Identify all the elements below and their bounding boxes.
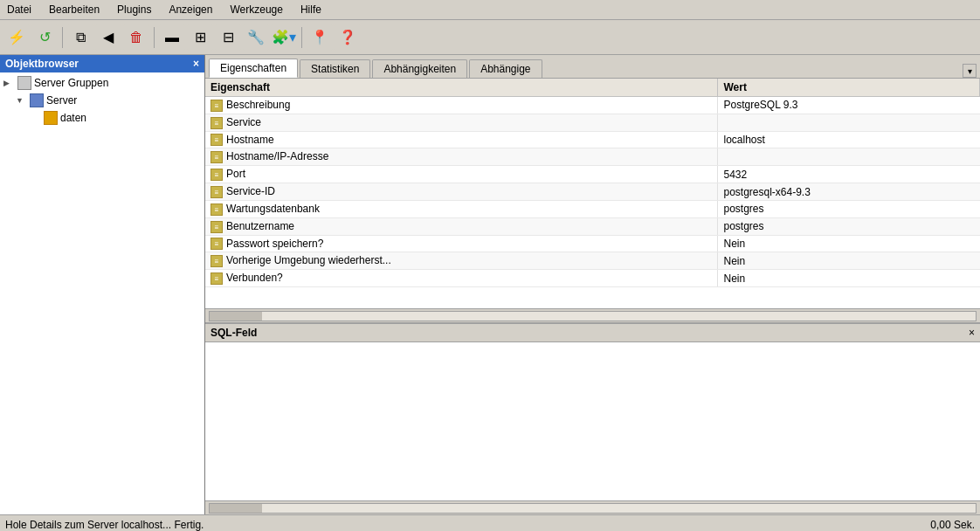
table-row: ≡BeschreibungPostgreSQL 9.3 <box>205 97 980 114</box>
location-button[interactable]: 📍 <box>307 24 333 51</box>
connect-button[interactable]: ⚡ <box>3 24 30 51</box>
menu-werkzeuge[interactable]: Werkzeuge <box>226 2 286 17</box>
hscroll-track[interactable] <box>209 311 977 321</box>
table-row: ≡Hostname/IP-Adresse <box>205 148 980 166</box>
sql-hscroll-track[interactable] <box>209 503 977 514</box>
properties-table: Eigenschaft Wert ≡BeschreibungPostgreSQL… <box>205 79 980 287</box>
toggle-daten[interactable] <box>30 114 44 122</box>
property-name-cell: ≡Benutzername <box>205 217 718 235</box>
hscroll-thumb[interactable] <box>210 312 262 321</box>
property-value-cell: postgres <box>718 217 980 235</box>
property-icon: ≡ <box>210 255 223 267</box>
statusbar: Hole Details zum Server localhost... Fer… <box>0 514 980 531</box>
property-name: Beschreibung <box>226 99 290 111</box>
sidebar-close-button[interactable]: × <box>193 58 199 70</box>
sql-hscroll-thumb[interactable] <box>210 504 262 513</box>
horizontal-scrollbar[interactable] <box>205 308 980 322</box>
toolbar: ⚡ ↺ ⧉ ◀ 🗑 ▬ ⊞ ⊟ 🔧 🧩▾ 📍 ❓ <box>0 20 980 55</box>
sql-header: SQL-Feld × <box>205 324 980 342</box>
table-row: ≡Port5432 <box>205 166 980 183</box>
help-button[interactable]: ❓ <box>335 24 361 51</box>
property-icon: ≡ <box>210 238 223 250</box>
view-button[interactable]: ⊟ <box>215 24 241 51</box>
tab-eigenschaften[interactable]: Eigenschaften <box>209 59 298 78</box>
property-name: Verbunden? <box>226 272 283 284</box>
property-value-cell: localhost <box>718 131 980 148</box>
menu-bearbeiten[interactable]: Bearbeiten <box>45 2 103 17</box>
table-row: ≡Service <box>205 114 980 131</box>
property-name-cell: ≡Beschreibung <box>205 97 718 114</box>
menu-anzeigen[interactable]: Anzeigen <box>165 2 216 17</box>
properties-table-container: Eigenschaft Wert ≡BeschreibungPostgreSQL… <box>205 79 980 308</box>
table-row: ≡Vorherige Umgebung wiederherst...Nein <box>205 252 980 270</box>
property-icon: ≡ <box>210 117 223 129</box>
tree-item-server-gruppen[interactable]: ▶ Server Gruppen <box>2 74 203 92</box>
property-value-cell: PostgreSQL 9.3 <box>718 97 980 114</box>
back-button[interactable]: ◀ <box>95 24 121 51</box>
daten-label: daten <box>60 112 86 124</box>
query-button[interactable]: ▬ <box>159 24 185 51</box>
refresh-button[interactable]: ↺ <box>31 24 58 51</box>
property-name: Hostname/IP-Adresse <box>226 150 328 162</box>
property-value-cell: postgresql-x64-9.3 <box>718 183 980 201</box>
property-value-cell: 5432 <box>718 166 980 183</box>
property-icon: ≡ <box>210 186 223 198</box>
tab-dropdown-button[interactable]: ▾ <box>963 64 977 78</box>
menu-datei[interactable]: Datei <box>3 2 35 17</box>
property-name-cell: ≡Port <box>205 166 718 183</box>
property-icon: ≡ <box>210 169 223 181</box>
property-icon: ≡ <box>210 272 223 285</box>
table-row: ≡Verbunden?Nein <box>205 270 980 287</box>
property-icon: ≡ <box>210 221 223 233</box>
property-name: Service <box>226 116 261 128</box>
sidebar-header: Objektbrowser × <box>0 55 204 72</box>
property-name-cell: ≡Hostname <box>205 131 718 148</box>
tree-item-daten[interactable]: daten <box>2 109 203 127</box>
server-group-icon <box>17 76 31 90</box>
menu-plugins[interactable]: Plugins <box>114 2 155 17</box>
sql-close-button[interactable]: × <box>969 327 975 339</box>
copy-button[interactable]: ⧉ <box>67 24 93 51</box>
tab-statistiken[interactable]: Statistiken <box>300 59 370 78</box>
sql-panel-title: SQL-Feld <box>210 327 257 339</box>
server-icon <box>30 93 44 107</box>
content-area: Eigenschaften Statistiken Abhängigkeiten… <box>205 55 980 514</box>
property-name-cell: ≡Service <box>205 114 718 131</box>
server-label: Server <box>46 94 77 107</box>
property-icon: ≡ <box>210 134 223 146</box>
puzzle-button[interactable]: 🧩▾ <box>271 24 297 51</box>
property-value-cell: postgres <box>718 200 980 217</box>
menu-hilfe[interactable]: Hilfe <box>297 2 325 17</box>
sql-content[interactable] <box>205 342 980 500</box>
menubar: Datei Bearbeiten Plugins Anzeigen Werkze… <box>0 0 980 20</box>
tab-bar: Eigenschaften Statistiken Abhängigkeiten… <box>205 55 980 79</box>
table-button[interactable]: ⊞ <box>187 24 213 51</box>
tab-abhaengige[interactable]: Abhängige <box>469 59 542 78</box>
tab-abhaengigkeiten[interactable]: Abhängigkeiten <box>372 59 467 78</box>
table-row: ≡Benutzernamepostgres <box>205 217 980 235</box>
sql-horizontal-scrollbar[interactable] <box>205 500 980 514</box>
property-name: Service-ID <box>226 185 275 197</box>
property-name: Wartungsdatenbank <box>226 203 320 215</box>
property-value-cell: Nein <box>718 270 980 287</box>
wrench-button[interactable]: 🔧 <box>243 24 269 51</box>
tree-item-server[interactable]: ▼ Server <box>2 92 203 109</box>
property-value-cell <box>718 114 980 131</box>
col-wert: Wert <box>718 79 980 97</box>
property-name-cell: ≡Wartungsdatenbank <box>205 200 718 217</box>
toggle-server[interactable]: ▼ <box>16 96 30 105</box>
property-icon: ≡ <box>210 100 223 112</box>
property-icon: ≡ <box>210 203 223 216</box>
table-row: ≡Hostnamelocalhost <box>205 131 980 148</box>
sidebar: Objektbrowser × ▶ Server Gruppen ▼ Serve… <box>0 55 205 514</box>
main-layout: Objektbrowser × ▶ Server Gruppen ▼ Serve… <box>0 55 980 514</box>
properties-panel: Eigenschaften Statistiken Abhängigkeiten… <box>205 55 980 322</box>
database-icon <box>44 111 58 125</box>
sql-panel: SQL-Feld × <box>205 322 980 514</box>
property-name: Hostname <box>226 134 274 146</box>
toolbar-sep-3 <box>301 27 302 48</box>
property-name-cell: ≡Verbunden? <box>205 270 718 287</box>
delete-button[interactable]: 🗑 <box>123 24 149 51</box>
statusbar-right: 0,00 Sek. <box>930 519 975 531</box>
toggle-server-gruppen[interactable]: ▶ <box>3 79 17 87</box>
